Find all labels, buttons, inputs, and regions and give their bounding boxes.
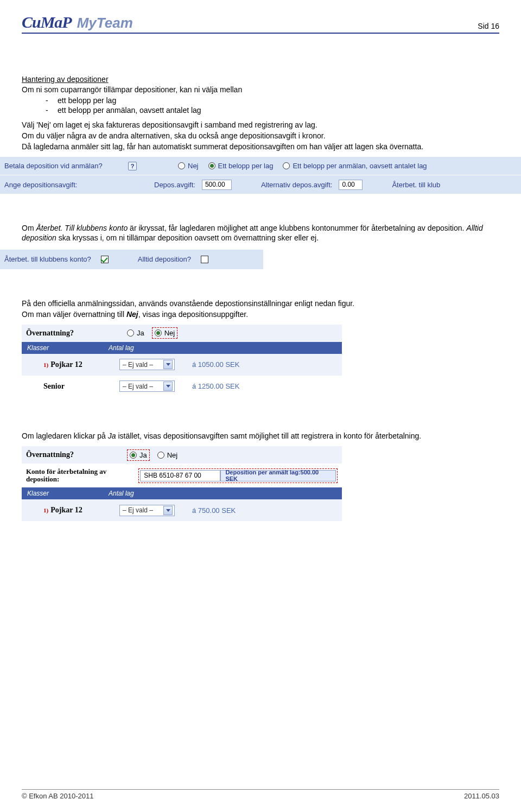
radio-nej[interactable]: Nej xyxy=(178,162,199,170)
label-overnattning: Övernattning? xyxy=(26,451,119,459)
checkbox-alltid[interactable] xyxy=(201,256,208,263)
footer-copyright: © Efkon AB 2010-2011 xyxy=(22,792,93,800)
body-text: Om du väljer några av de andra alternati… xyxy=(22,131,499,141)
body-text: Då lagledarna anmäler sitt lag, får han … xyxy=(22,142,499,151)
chevron-down-icon xyxy=(163,506,173,515)
help-icon[interactable]: ? xyxy=(128,162,137,170)
class-name: Senior xyxy=(43,382,109,391)
label-aterbet-cut: Återbet. till klub xyxy=(392,181,440,189)
section-title: Hantering av depositioner xyxy=(22,75,499,84)
footnote-marker: 1) xyxy=(43,361,48,368)
footer-date: 2011.05.03 xyxy=(464,792,499,800)
col-antal: Antal lag xyxy=(109,490,134,497)
body-text: På den officiella anmälningssidan, använ… xyxy=(22,299,499,308)
radio-label: Ett belopp per lag xyxy=(218,162,274,170)
price-label: á 750.00 SEK xyxy=(192,506,236,515)
list-item: ett belopp per lag xyxy=(46,96,499,105)
intro-text: Om ni som cuparrangör tillämpar depositi… xyxy=(22,85,499,94)
radio-nej-highlighted[interactable]: Nej xyxy=(152,327,178,339)
radio-label: Ja xyxy=(137,329,144,337)
checkbox-aterbet[interactable] xyxy=(101,256,109,263)
radio-label: Nej xyxy=(167,451,178,459)
class-name: Pojkar 12 xyxy=(50,360,82,369)
radio-label: Nej xyxy=(164,329,175,337)
table-row: 1)Pojkar 12 – Ej vald – á 1050.00 SEK xyxy=(22,354,342,376)
footnote-marker: 1) xyxy=(43,507,48,513)
input-depos-avgift[interactable]: 500.00 xyxy=(202,180,232,190)
label-overnattning: Övernattning? xyxy=(26,329,119,338)
screenshot-aterbet-row: Återbet. till klubbens konto? Alltid dep… xyxy=(0,249,263,269)
label-pay-deposit: Betala deposition vid anmälan? xyxy=(4,162,118,170)
deposition-info: Deposition per anmält lag:500.00 SEK xyxy=(220,470,336,481)
input-alt-avgift[interactable]: 0.00 xyxy=(339,180,363,190)
radio-label: Ett belopp per anmälan, oavsett antalet … xyxy=(293,162,427,170)
radio-ja-highlighted[interactable]: Ja xyxy=(127,449,150,461)
input-konto[interactable]: SHB 6510-87 67 00 xyxy=(140,470,220,481)
class-name: Pojkar 12 xyxy=(50,506,82,514)
screenshot-deposit-settings: Betala deposition vid anmälan? ? Nej Ett… xyxy=(0,157,521,194)
label-ange-avgift: Ange depositionsavgift: xyxy=(4,181,148,189)
col-klasser: Klasser xyxy=(27,490,49,497)
logo: CuMaP MyTeam xyxy=(22,13,133,31)
body-text: Välj 'Nej' om laget ej ska faktureras de… xyxy=(22,120,499,130)
radio-label: Ja xyxy=(139,451,147,459)
bullet-list: ett belopp per lag ett belopp per anmäla… xyxy=(46,96,499,115)
body-text: Om man väljer övernattning till Nej, vis… xyxy=(22,309,499,319)
screenshot-overnatt-ja: Övernattning? Ja Nej Konto för återbetal… xyxy=(22,446,342,521)
select-antal[interactable]: – Ej vald – xyxy=(119,359,175,370)
body-text: Om Återbet. Till klubbens konto är ikrys… xyxy=(22,223,499,243)
radio-per-lag[interactable]: Ett belopp per lag xyxy=(208,162,274,170)
col-antal: Antal lag xyxy=(109,344,134,352)
label-alltid-dep: Alltid deposition? xyxy=(138,255,191,263)
radio-label: Nej xyxy=(188,162,199,170)
price-label: á 1050.00 SEK xyxy=(192,360,239,369)
table-row: 1)Pojkar 12 – Ej vald – á 750.00 SEK xyxy=(22,499,342,521)
screenshot-overnatt-nej: Övernattning? Ja Nej Klasser Antal lag 1… xyxy=(22,325,342,397)
body-text: Om lagledaren klickar på Ja istället, vi… xyxy=(22,431,499,441)
table-header: Klasser Antal lag xyxy=(22,487,342,499)
label-depos-avgift: Depos.avgift: xyxy=(154,181,195,189)
radio-per-anmalan[interactable]: Ett belopp per anmälan, oavsett antalet … xyxy=(283,162,427,170)
logo-myteam: MyTeam xyxy=(77,15,133,31)
select-antal[interactable]: – Ej vald – xyxy=(119,505,175,516)
radio-nej[interactable]: Nej xyxy=(157,451,178,459)
table-header: Klasser Antal lag xyxy=(22,342,342,354)
logo-cumap: CuMaP xyxy=(22,13,72,31)
page-header: CuMaP MyTeam Sid 16 xyxy=(22,13,499,34)
radio-ja[interactable]: Ja xyxy=(127,329,144,337)
price-label: á 1250.00 SEK xyxy=(192,382,239,390)
col-klasser: Klasser xyxy=(27,344,49,352)
chevron-down-icon xyxy=(163,360,173,369)
label-konto-aterbet: Konto för återbetalning av deposition: xyxy=(26,468,133,484)
page-number: Sid 16 xyxy=(478,22,499,30)
highlighted-group: SHB 6510-87 67 00 Deposition per anmält … xyxy=(138,468,338,483)
list-item: ett belopp per anmälan, oavsett antalet … xyxy=(46,105,499,115)
select-antal[interactable]: – Ej vald – xyxy=(119,380,175,392)
page-footer: © Efkon AB 2010-2011 2011.05.03 xyxy=(22,789,499,800)
label-alt-avgift: Alternativ depos.avgift: xyxy=(261,181,333,189)
table-row: Senior – Ej vald – á 1250.00 SEK xyxy=(22,376,342,397)
chevron-down-icon xyxy=(163,382,173,391)
label-aterbet-konto: Återbet. till klubbens konto? xyxy=(4,255,91,263)
